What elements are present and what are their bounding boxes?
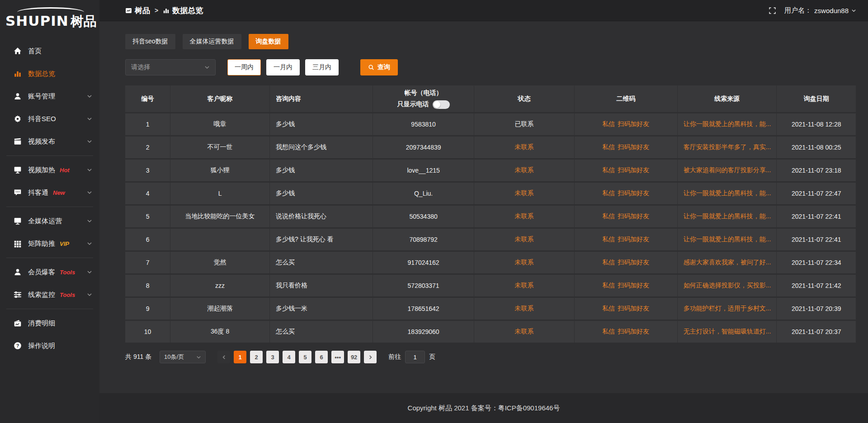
cell-qrcode: 私信扫码加好友	[575, 206, 678, 227]
cell-source[interactable]: 让你一眼就爱上的黑科技，能...	[678, 229, 777, 250]
col-header-nickname: 客户昵称	[170, 85, 270, 112]
cell-status: 未联系	[474, 183, 574, 204]
copyright-text: Copyright 树品 2021 备案号：粤ICP备09019646号	[408, 404, 560, 413]
scan-add-friend-link[interactable]: 扫码加好友	[618, 120, 649, 127]
table-row: 1036度 8怎么买183929060未联系私信扫码加好友无主灯设计，智能磁吸轨…	[125, 321, 856, 343]
cell-nickname: 当地比较能吃的一位美女	[170, 206, 270, 227]
scan-add-friend-link[interactable]: 扫码加好友	[618, 143, 649, 150]
sidebar-item[interactable]: 数据总览	[0, 62, 99, 85]
grid-icon	[14, 240, 22, 248]
cell-nickname: 不可一世	[170, 136, 270, 158]
breadcrumb-item-home[interactable]: 树品	[125, 5, 150, 16]
cell-source[interactable]: 被大家追着问的客厅投影分享...	[678, 160, 777, 181]
sidebar-item-label: 消费明细	[28, 319, 55, 328]
page-number-button[interactable]: 4	[283, 351, 295, 363]
sidebar-item-label: 抖音SEO	[28, 115, 56, 123]
scan-add-friend-link[interactable]: 扫码加好友	[618, 212, 649, 220]
private-message-link[interactable]: 私信	[602, 235, 615, 243]
private-message-link[interactable]: 私信	[602, 120, 615, 127]
scan-add-friend-link[interactable]: 扫码加好友	[618, 166, 649, 174]
cell-source[interactable]: 让你一眼就爱上的黑科技，能...	[678, 113, 777, 135]
cell-source[interactable]: 无主灯设计，智能磁吸轨道灯...	[678, 321, 777, 343]
sidebar-item[interactable]: 抖客通New	[0, 181, 99, 204]
period-button[interactable]: 一周内	[227, 59, 261, 75]
cell-status: 未联系	[474, 206, 574, 227]
row-id: 4	[125, 183, 170, 204]
private-message-link[interactable]: 私信	[602, 305, 615, 312]
scan-add-friend-link[interactable]: 扫码加好友	[618, 189, 649, 197]
private-message-link[interactable]: 私信	[602, 143, 615, 150]
private-message-link[interactable]: 私信	[602, 282, 615, 289]
table-row: 3狐小狸多少钱love__1215未联系私信扫码加好友被大家追着问的客厅投影分享…	[125, 160, 856, 181]
row-id: 5	[125, 206, 170, 227]
private-message-link[interactable]: 私信	[602, 328, 615, 335]
sidebar-divider	[6, 155, 93, 156]
tab-button[interactable]: 抖音seo数据	[125, 34, 175, 49]
goto-page-input[interactable]	[405, 351, 425, 363]
page-number-button[interactable]: 92	[348, 351, 360, 363]
page-number-button[interactable]: 5	[299, 351, 311, 363]
scan-add-friend-link[interactable]: 扫码加好友	[618, 258, 649, 266]
cell-source[interactable]: 让你一眼就爱上的黑科技，能...	[678, 183, 777, 204]
private-message-link[interactable]: 私信	[602, 258, 615, 266]
period-button[interactable]: 三月内	[305, 59, 339, 75]
more-pages-button[interactable]: •••	[331, 351, 344, 363]
page-number-button[interactable]: 2	[250, 351, 263, 363]
sidebar-item[interactable]: ?操作说明	[0, 334, 99, 357]
private-message-link[interactable]: 私信	[602, 212, 615, 220]
cell-status: 未联系	[474, 298, 574, 320]
col-header-status: 状态	[474, 85, 574, 112]
next-page-button[interactable]	[364, 351, 377, 363]
sidebar-item[interactable]: 会员爆客Tools	[0, 261, 99, 283]
tab-button[interactable]: 全媒体运营数据	[183, 34, 241, 49]
table-row: 7觉然怎么买917024162未联系私信扫码加好友感谢大家喜欢我家，被问了好..…	[125, 252, 856, 273]
account-select[interactable]: 请选择	[125, 59, 216, 75]
page-number-button[interactable]: 3	[266, 351, 279, 363]
cell-source[interactable]: 客厅安装投影半年多了，真实...	[678, 136, 777, 158]
cell-source[interactable]: 多功能护栏灯，适用于乡村文...	[678, 298, 777, 320]
sidebar-item[interactable]: 视频发布	[0, 130, 99, 153]
phone-only-toggle[interactable]	[433, 100, 450, 109]
cell-qrcode: 私信扫码加好友	[575, 183, 678, 204]
scan-add-friend-link[interactable]: 扫码加好友	[618, 235, 649, 243]
cell-account: 183929060	[373, 321, 475, 343]
col-header-account-title: 帐号（电话）	[373, 89, 474, 97]
sidebar-item[interactable]: 首页	[0, 40, 99, 62]
scan-add-friend-link[interactable]: 扫码加好友	[618, 328, 649, 335]
fullscreen-icon[interactable]	[769, 7, 776, 14]
breadcrumb-item-current[interactable]: 数据总览	[163, 5, 203, 16]
page-number-button[interactable]: 1	[234, 351, 246, 363]
breadcrumb: 树品 > 数据总览	[125, 5, 203, 16]
period-button[interactable]: 一月内	[266, 59, 300, 75]
page-number-button[interactable]: 6	[315, 351, 328, 363]
cell-source[interactable]: 感谢大家喜欢我家，被问了好...	[678, 252, 777, 273]
sidebar-item[interactable]: 视频加热Hot	[0, 159, 99, 181]
app-window: SHUPIN 树品 首页数据总览账号管理抖音SEO视频发布视频加热Hot抖客通N…	[0, 0, 868, 423]
cell-source[interactable]: 如何正确选择投影仪，买投影...	[678, 275, 777, 296]
sidebar-item[interactable]: 抖音SEO	[0, 108, 99, 130]
private-message-link[interactable]: 私信	[602, 166, 615, 174]
chevron-down-icon	[204, 65, 210, 70]
private-message-link[interactable]: 私信	[602, 189, 615, 197]
cell-source[interactable]: 让你一眼就爱上的黑科技，能...	[678, 206, 777, 227]
sidebar-item[interactable]: 线索监控Tools	[0, 283, 99, 306]
tab-button[interactable]: 询盘数据	[249, 34, 288, 49]
page-size-select[interactable]: 10条/页	[160, 351, 206, 363]
scan-add-friend-link[interactable]: 扫码加好友	[618, 282, 649, 289]
cell-nickname: 狐小狸	[170, 160, 270, 181]
report-icon	[125, 7, 132, 14]
prev-page-button[interactable]	[217, 351, 230, 363]
sidebar-item-label: 线索监控	[28, 291, 55, 299]
search-button[interactable]: 查询	[360, 59, 398, 75]
scan-add-friend-link[interactable]: 扫码加好友	[618, 305, 649, 312]
chevron-down-icon	[87, 190, 92, 195]
sidebar-item[interactable]: 矩阵助推VIP	[0, 232, 99, 255]
sidebar-item[interactable]: 账号管理	[0, 85, 99, 108]
cell-status: 未联系	[474, 321, 574, 343]
sidebar-item[interactable]: 全媒体运营	[0, 210, 99, 232]
sidebar-item[interactable]: 消费明细	[0, 312, 99, 334]
user-menu[interactable]: 用户名：zswodun88	[784, 6, 856, 15]
chevron-down-icon	[87, 218, 92, 224]
row-id: 9	[125, 298, 170, 320]
table-row: 6多少钱? 让我死心 看70898792未联系私信扫码加好友让你一眼就爱上的黑科…	[125, 229, 856, 250]
